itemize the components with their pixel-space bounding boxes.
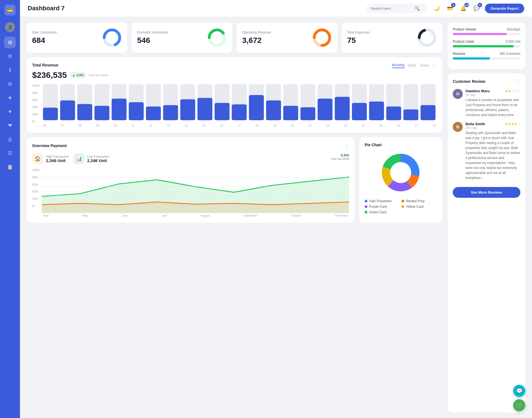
legend-sale-properties: Sale Properties bbox=[365, 199, 400, 203]
transaction-summary: 🏠 High Transaction 2,346 Unit 📊 Low Tran… bbox=[32, 153, 349, 164]
chat-icon-btn[interactable]: 💬 5 bbox=[472, 3, 482, 13]
x-label: 19 bbox=[273, 124, 276, 127]
overview-header: Overview Payment ⋮ bbox=[32, 143, 349, 149]
review-header: Customer Review ⋮ bbox=[453, 78, 520, 84]
sidebar-item-heart2[interactable]: ❤ bbox=[4, 120, 16, 131]
generate-report-button[interactable]: Generate Report bbox=[485, 4, 524, 13]
svg-rect-41 bbox=[318, 99, 332, 120]
line-chart bbox=[42, 169, 349, 213]
x-axis-labels: 0607080910111213141516171819202122232425… bbox=[42, 124, 437, 127]
svg-rect-47 bbox=[369, 101, 384, 120]
legend-label: Sale Properties bbox=[369, 199, 392, 203]
revenue-tabs: MonthlyDailyToday⋯ bbox=[392, 63, 437, 68]
sidebar-item-settings[interactable]: ⚙ bbox=[4, 50, 16, 62]
wallet-icon-btn[interactable]: 💳 2 bbox=[445, 3, 455, 13]
search-wrap[interactable]: 🔍 bbox=[366, 4, 427, 13]
sidebar-logo[interactable]: 💳 bbox=[4, 4, 16, 16]
tab-daily[interactable]: Daily bbox=[408, 63, 416, 68]
metric-header-1: Product Listed 3,456 Unit bbox=[453, 40, 520, 43]
content-area: Inter. transaction 684 Domestic transact… bbox=[20, 17, 532, 418]
sidebar: 💳 👤 ⊞ ⚙ ℹ ⧉ ★ ♥ ❤ 🖨 ☰ 📋 bbox=[0, 0, 20, 418]
search-input[interactable] bbox=[371, 6, 412, 11]
tab-more-icon[interactable]: ⋯ bbox=[432, 63, 437, 68]
review-text-1: Dealing with Syamsudin and Bakri was a j… bbox=[466, 130, 520, 180]
overview-y-label: 200k bbox=[32, 197, 40, 200]
dark-mode-toggle[interactable]: 🌙 bbox=[432, 3, 442, 13]
review-body-1: Bella Smith ★★★★☆ 20m ago Dealing with S… bbox=[466, 122, 520, 180]
review-menu-icon[interactable]: ⋮ bbox=[515, 78, 520, 84]
review-card: Customer Review ⋮ H Hawkins Maru ★★☆☆☆ 5… bbox=[448, 73, 525, 412]
avatar[interactable]: 👤 bbox=[5, 22, 15, 32]
donut-0 bbox=[102, 28, 122, 47]
sidebar-item-layers[interactable]: ⧉ bbox=[4, 78, 16, 90]
x-label: 20 bbox=[291, 124, 294, 127]
x-label: 24 bbox=[362, 124, 365, 127]
fab-support[interactable]: 💬 bbox=[513, 385, 525, 397]
svg-rect-35 bbox=[266, 101, 281, 120]
pie-segment-green-card bbox=[383, 154, 401, 169]
fab-cart[interactable]: 🛒 bbox=[513, 399, 525, 411]
svg-rect-25 bbox=[180, 99, 195, 120]
tab-monthly[interactable]: Monthly bbox=[392, 63, 405, 68]
overview-x-label: July bbox=[162, 214, 167, 217]
x-label: 28 bbox=[433, 124, 436, 127]
svg-rect-29 bbox=[215, 103, 230, 120]
sidebar-item-home[interactable]: ⊞ bbox=[4, 37, 16, 48]
metric-value-1: 3,456 Unit bbox=[505, 40, 520, 43]
sidebar-item-list[interactable]: 📋 bbox=[4, 161, 16, 173]
sidebar-item-menu[interactable]: ☰ bbox=[4, 147, 16, 159]
header-icons: 🌙 💳 2 🔔 12 💬 5 Generate Report bbox=[432, 3, 524, 13]
see-more-reviews-button[interactable]: See More Reviews bbox=[453, 187, 520, 198]
fab-wrap: 💬 🛒 bbox=[513, 385, 525, 411]
stat-card-0: Inter. transaction 684 bbox=[27, 22, 127, 53]
metric-name-1: Product Listed bbox=[453, 40, 474, 43]
svg-rect-31 bbox=[232, 104, 247, 120]
overview-x-label: June bbox=[122, 214, 128, 217]
sidebar-item-heart[interactable]: ♥ bbox=[4, 106, 16, 117]
y-label: 600k bbox=[32, 99, 40, 102]
donut-svg-2 bbox=[312, 28, 332, 47]
legend-label: Green Card bbox=[369, 210, 387, 214]
review-text-0: I viewed a number of properties with Jus… bbox=[466, 98, 520, 117]
y-label: 800k bbox=[32, 91, 40, 94]
bell-icon-btn[interactable]: 🔔 12 bbox=[458, 3, 468, 13]
sidebar-item-info[interactable]: ℹ bbox=[4, 64, 16, 76]
svg-rect-19 bbox=[129, 102, 144, 120]
growth-label: than last week bbox=[89, 73, 108, 77]
overview-y-label: 800k bbox=[32, 176, 40, 179]
stat-info-0: Inter. transaction 684 bbox=[32, 30, 57, 45]
stat-value-2: 3,672 bbox=[242, 36, 271, 45]
x-label: 07 bbox=[61, 124, 64, 127]
overview-title: Overview Payment bbox=[32, 143, 67, 148]
bar-chart bbox=[42, 84, 437, 123]
reviewer-avatar-1: B bbox=[453, 122, 463, 132]
reviewer-name-0: Hawkins Maru bbox=[466, 89, 490, 93]
x-label: 12 bbox=[149, 124, 152, 127]
pie-card: Pie Chart Sale Properties Rented Prop Pu… bbox=[359, 137, 442, 223]
x-label: 21 bbox=[309, 124, 312, 127]
sidebar-item-print[interactable]: 🖨 bbox=[4, 134, 16, 145]
x-label: 22 bbox=[326, 124, 329, 127]
metric-0: Product Viewed 561/days bbox=[453, 27, 520, 35]
overview-y-labels: 1000k800k600k400k200k0k bbox=[32, 169, 40, 207]
legend-dot bbox=[365, 200, 367, 202]
metric-value-0: 561/days bbox=[507, 27, 520, 31]
x-label: 16 bbox=[220, 124, 223, 127]
y-label: 1000k bbox=[32, 84, 40, 87]
x-label: 09 bbox=[96, 124, 99, 127]
stat-label-2: Operating Revenue bbox=[242, 30, 271, 34]
tab-today[interactable]: Today bbox=[419, 63, 429, 68]
svg-rect-13 bbox=[77, 104, 92, 120]
metrics-card: Product Viewed 561/days Product Listed 3… bbox=[448, 22, 525, 69]
page-title: Dashboard 7 bbox=[28, 5, 362, 12]
svg-rect-53 bbox=[421, 105, 436, 120]
header: Dashboard 7 🔍 🌙 💳 2 🔔 12 💬 5 Generate Re… bbox=[20, 0, 532, 17]
low-transaction-icon: 📊 bbox=[73, 153, 85, 164]
content-left: Inter. transaction 684 Domestic transact… bbox=[27, 22, 442, 412]
sidebar-item-star[interactable]: ★ bbox=[4, 92, 16, 104]
high-transaction-card: 🏠 High Transaction 2,346 Unit bbox=[32, 153, 69, 164]
low-label: Low Transaction bbox=[87, 155, 109, 158]
content-right: Product Viewed 561/days Product Listed 3… bbox=[448, 22, 525, 412]
bell-badge: 12 bbox=[464, 3, 469, 7]
overview-menu-icon[interactable]: ⋮ bbox=[344, 143, 349, 149]
